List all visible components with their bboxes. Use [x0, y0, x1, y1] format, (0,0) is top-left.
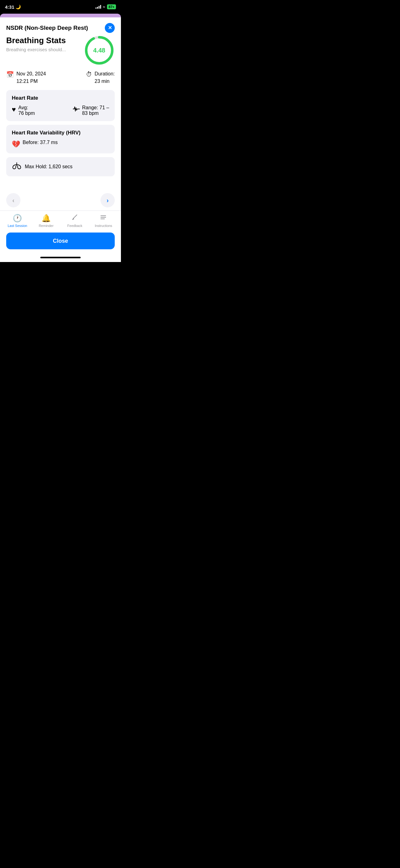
tab-last-session-label: Last Session	[8, 224, 27, 227]
battery-indicator: 87+	[107, 4, 116, 9]
max-hold-card: Max Hold: 1,620 secs	[6, 157, 115, 176]
hrv-row: 💔 Before: 37.7 ms	[12, 140, 109, 148]
time-value: 12:21 PM	[16, 78, 46, 85]
tab-reminder-label: Reminder	[39, 224, 54, 227]
tab-last-session[interactable]: 🕐 Last Session	[3, 214, 32, 227]
heart-icon: ♥	[12, 105, 16, 114]
tab-instructions[interactable]: Instructions	[89, 214, 118, 227]
calendar-icon: 📅	[6, 71, 14, 78]
circle-score-value: 4.48	[93, 47, 105, 54]
stats-subtitle: Breathing exercises should...	[6, 47, 84, 52]
heart-rate-card: Heart Rate ♥ Avg: 76 bpm	[6, 90, 115, 121]
feedback-icon	[71, 214, 78, 223]
modal-close-button[interactable]: ✕	[105, 23, 115, 33]
hr-avg-section: ♥ Avg: 76 bpm	[12, 105, 35, 116]
hrv-card: Heart Rate Variability (HRV) 💔 Before: 3…	[6, 125, 115, 153]
stats-title-col: Breathing Stats Breathing exercises shou…	[6, 36, 84, 52]
modal-title: NSDR (Non-Sleep Deep Rest)	[6, 25, 105, 31]
home-bar	[40, 257, 80, 258]
last-session-icon: 🕐	[13, 214, 22, 223]
hr-range-text: Range: 71 – 83 bpm	[82, 105, 109, 116]
hrv-before-text: Before: 37.7 ms	[23, 140, 58, 145]
svg-point-4	[100, 215, 101, 216]
heart-rate-row: ♥ Avg: 76 bpm Range: 71 – 83 bpm	[12, 105, 109, 116]
tab-reminder[interactable]: 🔔 Reminder	[32, 214, 61, 227]
hr-range-section: Range: 71 – 83 bpm	[73, 105, 109, 116]
svg-point-6	[100, 219, 101, 219]
duration-section: ⏱ Duration: 23 min	[86, 70, 115, 85]
home-indicator	[0, 254, 121, 262]
stats-title: Breathing Stats	[6, 36, 84, 45]
date-value: Nov 20, 2024	[16, 70, 46, 78]
heart-rate-title: Heart Rate	[12, 95, 109, 101]
datetime-left: 📅 Nov 20, 2024 12:21 PM	[6, 70, 46, 85]
hr-avg-label: Avg:	[18, 105, 35, 111]
nav-arrows: ‹ ›	[0, 189, 121, 211]
duration-text: Duration: 23 min	[95, 70, 115, 85]
tab-feedback-label: Feedback	[67, 224, 82, 227]
max-hold-row: Max Hold: 1,620 secs	[12, 162, 109, 172]
status-bar: 4:31 🌙 ≈ 87+	[0, 0, 121, 14]
tab-feedback[interactable]: Feedback	[61, 214, 89, 227]
tab-instructions-label: Instructions	[95, 224, 112, 227]
reminder-icon: 🔔	[41, 214, 51, 223]
next-button[interactable]: ›	[100, 193, 115, 207]
close-action-button[interactable]: Close	[6, 232, 115, 249]
hrv-heart-icon: 💔	[12, 140, 20, 148]
score-circle: 4.48	[84, 36, 115, 66]
prev-button[interactable]: ‹	[6, 193, 21, 207]
hr-avg-text: Avg: 76 bpm	[18, 105, 35, 116]
status-time: 4:31 🌙	[5, 4, 21, 10]
svg-point-5	[100, 217, 101, 218]
hr-avg-value: 76 bpm	[18, 111, 35, 116]
close-button-row: Close	[0, 229, 121, 254]
modal-header: NSDR (Non-Sleep Deep Rest) ✕	[0, 18, 121, 36]
signal-bars	[96, 5, 101, 9]
hrv-title: Heart Rate Variability (HRV)	[12, 130, 109, 136]
svg-line-0	[73, 215, 77, 218]
datetime-text: Nov 20, 2024 12:21 PM	[16, 70, 46, 85]
moon-icon: 🌙	[15, 4, 21, 9]
datetime-row: 📅 Nov 20, 2024 12:21 PM ⏱ Duration: 23 m…	[6, 70, 115, 85]
duration-value: 23 min	[95, 78, 115, 85]
stats-header-row: Breathing Stats Breathing exercises shou…	[6, 36, 115, 66]
lungs-icon	[12, 162, 22, 172]
duration-label: Duration:	[95, 70, 115, 78]
max-hold-text: Max Hold: 1,620 secs	[25, 164, 72, 169]
hr-range-value: 83 bpm	[82, 111, 109, 116]
prev-arrow-icon: ‹	[12, 197, 14, 204]
status-icons: ≈ 87+	[96, 4, 116, 9]
modal-content: Breathing Stats Breathing exercises shou…	[0, 36, 121, 189]
hr-range-label: Range: 71 –	[82, 105, 109, 111]
wifi-icon: ≈	[103, 4, 105, 9]
next-arrow-icon: ›	[107, 197, 109, 204]
top-strip	[0, 14, 121, 18]
tab-bar: 🕐 Last Session 🔔 Reminder Feedback	[0, 211, 121, 229]
waveform-icon	[73, 106, 80, 113]
instructions-icon	[100, 214, 107, 223]
modal-card: NSDR (Non-Sleep Deep Rest) ✕ Breathing S…	[0, 18, 121, 262]
timer-icon: ⏱	[86, 71, 92, 78]
close-x-icon: ✕	[108, 26, 112, 30]
